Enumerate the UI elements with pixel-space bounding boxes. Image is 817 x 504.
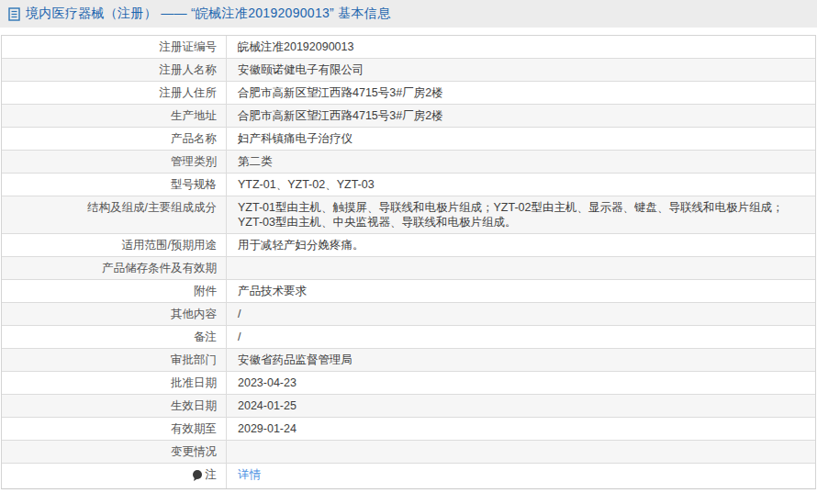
field-label: 生产地址 xyxy=(2,105,227,127)
row-approval-date: 批准日期 2023-04-23 xyxy=(2,372,815,395)
field-value: / xyxy=(227,326,815,348)
document-icon xyxy=(8,7,20,21)
row-product-name: 产品名称 妇产科镇痛电子治疗仪 xyxy=(2,128,815,151)
field-label: 其他内容 xyxy=(2,303,227,325)
row-registrant-name: 注册人名称 安徽颐诺健电子有限公司 xyxy=(2,59,815,82)
row-change-status: 变更情况 xyxy=(2,441,815,464)
field-value: 合肥市高新区望江西路4715号3#厂房2楼 xyxy=(227,105,815,127)
row-note: 注 详情 xyxy=(2,464,815,488)
note-label-text: 注 xyxy=(206,467,218,482)
row-registrant-address: 注册人住所 合肥市高新区望江西路4715号3#厂房2楼 xyxy=(2,82,815,105)
field-value: 2029-01-24 xyxy=(227,418,815,440)
row-valid-until: 有效期至 2029-01-24 xyxy=(2,418,815,441)
field-label: 型号规格 xyxy=(2,174,227,196)
row-model-spec: 型号规格 YTZ-01、YZT-02、YZT-03 xyxy=(2,174,815,196)
field-value: 安徽省药品监督管理局 xyxy=(227,349,815,371)
row-effective-date: 生效日期 2024-01-25 xyxy=(2,395,815,418)
row-remarks: 备注 / xyxy=(2,326,815,349)
field-value: 第二类 xyxy=(227,151,815,173)
field-label: 备注 xyxy=(2,326,227,348)
field-label: 附件 xyxy=(2,280,227,302)
field-label: 产品名称 xyxy=(2,128,227,150)
field-label: 批准日期 xyxy=(2,372,227,394)
page-title: 境内医疗器械（注册） —— “皖械注准20192090013” 基本信息 xyxy=(26,6,390,22)
field-label: 管理类别 xyxy=(2,151,227,173)
field-label: 产品储存条件及有效期 xyxy=(2,257,227,279)
balloon-icon xyxy=(192,469,203,482)
field-value xyxy=(227,441,815,463)
field-value: 详情 xyxy=(227,464,815,488)
row-structure-composition: 结构及组成/主要组成成分 YZT-01型由主机、触摸屏、导联线和电极片组成；YZ… xyxy=(2,196,815,234)
row-other-content: 其他内容 / xyxy=(2,303,815,326)
field-value: 合肥市高新区望江西路4715号3#厂房2楼 xyxy=(227,82,815,104)
field-label: 结构及组成/主要组成成分 xyxy=(2,196,227,233)
field-label: 适用范围/预期用途 xyxy=(2,234,227,256)
field-label: 审批部门 xyxy=(2,349,227,371)
field-label: 注册人住所 xyxy=(2,82,227,104)
field-value: / xyxy=(227,303,815,325)
field-label: 有效期至 xyxy=(2,418,227,440)
field-label: 生效日期 xyxy=(2,395,227,417)
row-production-address: 生产地址 合肥市高新区望江西路4715号3#厂房2楼 xyxy=(2,105,815,128)
field-value: 产品技术要求 xyxy=(227,280,815,302)
field-value: 2023-04-23 xyxy=(227,372,815,394)
field-label: 注册人名称 xyxy=(2,59,227,81)
row-intended-use: 适用范围/预期用途 用于减轻产妇分娩疼痛。 xyxy=(2,234,815,257)
row-approval-department: 审批部门 安徽省药品监督管理局 xyxy=(2,349,815,372)
details-link[interactable]: 详情 xyxy=(238,468,261,481)
field-value: 皖械注准20192090013 xyxy=(227,36,815,58)
field-label: 注册证编号 xyxy=(2,36,227,58)
row-storage-conditions: 产品储存条件及有效期 xyxy=(2,257,815,280)
row-attachments: 附件 产品技术要求 xyxy=(2,280,815,303)
registration-info-table: 注册证编号 皖械注准20192090013 注册人名称 安徽颐诺健电子有限公司 … xyxy=(1,35,816,489)
field-value: 2024-01-25 xyxy=(227,395,815,417)
row-registration-cert-number: 注册证编号 皖械注准20192090013 xyxy=(2,36,815,59)
row-management-category: 管理类别 第二类 xyxy=(2,151,815,174)
field-label: 注 xyxy=(2,464,227,488)
field-value xyxy=(227,257,815,279)
page-header: 境内医疗器械（注册） —— “皖械注准20192090013” 基本信息 xyxy=(0,0,817,28)
field-value: 妇产科镇痛电子治疗仪 xyxy=(227,128,815,150)
field-value: YTZ-01、YZT-02、YZT-03 xyxy=(227,174,815,196)
field-value: YZT-01型由主机、触摸屏、导联线和电极片组成；YZT-02型由主机、显示器、… xyxy=(227,196,815,233)
field-value: 用于减轻产妇分娩疼痛。 xyxy=(227,234,815,256)
field-label: 变更情况 xyxy=(2,441,227,463)
field-value: 安徽颐诺健电子有限公司 xyxy=(227,59,815,81)
